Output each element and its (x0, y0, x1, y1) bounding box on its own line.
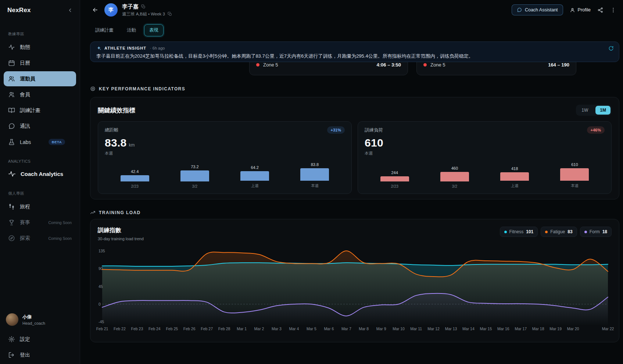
metric-total-distance: 總距離 +31% 83.8 km 本週 42.4 2/23 73.2 3/2 6… (98, 121, 352, 194)
sidebar-item-events[interactable]: 賽事 Coming Soon (4, 215, 76, 230)
tab-activity[interactable]: 活動 (122, 24, 141, 36)
svg-text:Mar 16: Mar 16 (497, 327, 509, 331)
zone-value: 4:06 – 3:50 (377, 62, 401, 68)
sidebar: NexRex 教練專區 動態 日曆 運動員 會員 訓練計畫 (0, 0, 80, 364)
bar-category-label: 本週 (311, 183, 319, 188)
athlete-tabs: 訓練計畫活動表現 (90, 24, 164, 36)
bar (240, 171, 269, 181)
bar (380, 176, 409, 181)
metric-period: 本週 (105, 151, 345, 156)
sidebar-collapse-icon[interactable] (67, 7, 73, 13)
range-button-1W[interactable]: 1W (577, 106, 592, 115)
sidebar-item-settings[interactable]: 設定 (4, 332, 76, 347)
metric-training-load: 訓練負荷 +46% 610 本週 244 2/23 460 3/2 418 上週 (358, 121, 612, 194)
coach-assistant-label: Coach Assistant (525, 7, 558, 12)
sidebar-item-explore[interactable]: 探索 Coming Soon (4, 231, 76, 246)
svg-text:Feb 28: Feb 28 (218, 327, 230, 331)
user-name: 小偉 (22, 314, 45, 320)
svg-text:Mar 18: Mar 18 (532, 327, 544, 331)
bar (500, 172, 529, 181)
trend-card-title: 訓練指數 (98, 227, 144, 234)
sidebar-item-logout[interactable]: 登出 (4, 347, 76, 363)
chat-icon (8, 123, 15, 130)
profile-button[interactable]: Profile (570, 7, 591, 13)
coach-assistant-button[interactable]: Coach Assistant (512, 4, 563, 15)
sidebar-item-messages[interactable]: 通訊 (4, 119, 76, 134)
logout-icon (8, 352, 15, 358)
metric-delta-badge: +31% (327, 126, 345, 134)
svg-text:Mar 4: Mar 4 (289, 327, 299, 331)
sidebar-header: NexRex (0, 7, 80, 15)
refresh-insight-button[interactable] (608, 46, 614, 51)
back-button[interactable] (90, 4, 101, 15)
distance-bar-chart: 42.4 2/23 73.2 3/2 64.2 上週 83.8 本週 (105, 162, 345, 188)
athlete-initial: 李 (108, 7, 114, 13)
legend-value: 83 (567, 229, 572, 234)
athlete-insight-banner: ATHLETE INSIGHT · 6h ago 李子嘉目前正在为2024芝加哥… (90, 42, 619, 62)
training-load-section-header: TRAINING LOAD (90, 210, 141, 215)
avatar (6, 313, 18, 326)
svg-text:Feb 21: Feb 21 (96, 327, 108, 331)
sidebar-item-journey[interactable]: 旅程 (4, 199, 76, 214)
beta-badge: BETA (49, 139, 65, 145)
profile-label: Profile (578, 7, 591, 12)
athlete-avatar: 李 (104, 3, 118, 17)
copy-icon[interactable] (168, 12, 172, 16)
app-root: NexRex 教練專區 動態 日曆 運動員 會員 訓練計畫 (0, 0, 623, 364)
zone-label: Zone 5 (263, 62, 278, 68)
header-actions: Coach Assistant Profile (512, 4, 616, 15)
sidebar-item-label: 訓練計畫 (20, 107, 40, 114)
tab-performance[interactable]: 表現 (144, 24, 164, 36)
sidebar-item-training-plans[interactable]: 訓練計畫 (4, 103, 76, 118)
sidebar-section-label: 教練專區 (8, 32, 72, 37)
sidebar-item-label: 日曆 (20, 60, 30, 66)
athlete-subtitle: 週三班 A,B組 • Week 3 (122, 11, 165, 17)
athlete-meta: 李子嘉 週三班 A,B組 • Week 3 (122, 3, 172, 17)
sidebar-item-athletes[interactable]: 運動員 (4, 71, 76, 86)
sidebar-item-label: 設定 (20, 336, 30, 343)
svg-text:Mar 6: Mar 6 (324, 327, 334, 331)
zone-label: Zone 5 (430, 62, 445, 68)
share-button[interactable] (597, 7, 604, 13)
athlete-header: 李 李子嘉 週三班 A,B組 • Week 3 Coach Assistant (80, 0, 623, 20)
bar-value-label: 83.8 (311, 162, 319, 167)
refresh-icon (608, 46, 614, 51)
sidebar-item-calendar[interactable]: 日曆 (4, 55, 76, 71)
svg-text:Mar 19: Mar 19 (549, 327, 562, 331)
svg-text:Feb 22: Feb 22 (114, 327, 126, 331)
svg-text:Feb 27: Feb 27 (201, 327, 213, 331)
trend-card-subtitle: 30-day training load trend (98, 237, 144, 241)
bar-value-label: 73.2 (191, 165, 198, 169)
legend-item-fatigue: Fatigue 83 (541, 227, 577, 237)
legend-dot (504, 231, 507, 233)
range-button-1M[interactable]: 1M (595, 106, 611, 115)
metric-title: 總距離 (105, 127, 119, 133)
book-icon (8, 107, 15, 114)
legend-dot (545, 231, 548, 233)
sidebar-item-feed[interactable]: 動態 (4, 40, 76, 55)
insight-body: 李子嘉目前正在为2024芝加哥马拉松备战，目标是3小时5分钟。她本周跑了83.7… (96, 53, 613, 60)
legend-dot (584, 231, 587, 233)
target-icon (90, 86, 96, 91)
bar-category-label: 上週 (511, 183, 519, 188)
legend-item-fitness: Fitness 101 (500, 227, 538, 237)
sidebar-item-labs[interactable]: Labs BETA (4, 134, 76, 149)
tab-training-plan[interactable]: 訓練計畫 (90, 24, 119, 36)
metric-title: 訓練負荷 (365, 127, 383, 133)
brand-logo: NexRex (7, 7, 31, 14)
kpi-card: 關鍵績效指標 1W1M 總距離 +31% 83.8 km 本週 42.4 (90, 97, 619, 199)
sidebar-item-label: 賽事 (20, 219, 30, 226)
sidebar-item-label: 通訊 (20, 123, 30, 130)
sidebar-item-members[interactable]: 會員 (4, 87, 76, 102)
svg-text:Feb 26: Feb 26 (183, 327, 196, 331)
sidebar-item-label: 旅程 (20, 203, 30, 210)
more-menu-button[interactable] (610, 7, 616, 13)
svg-text:Mar 3: Mar 3 (272, 327, 282, 331)
svg-text:135: 135 (99, 249, 105, 253)
kebab-menu-icon (610, 7, 616, 13)
metric-value: 610 (365, 137, 383, 149)
sidebar-item-coach-analytics[interactable]: Coach Analytics (4, 166, 76, 181)
user-card[interactable]: 小偉 Head_coach (0, 310, 80, 331)
copy-icon[interactable] (141, 4, 146, 9)
legend-name: Form (590, 229, 600, 234)
